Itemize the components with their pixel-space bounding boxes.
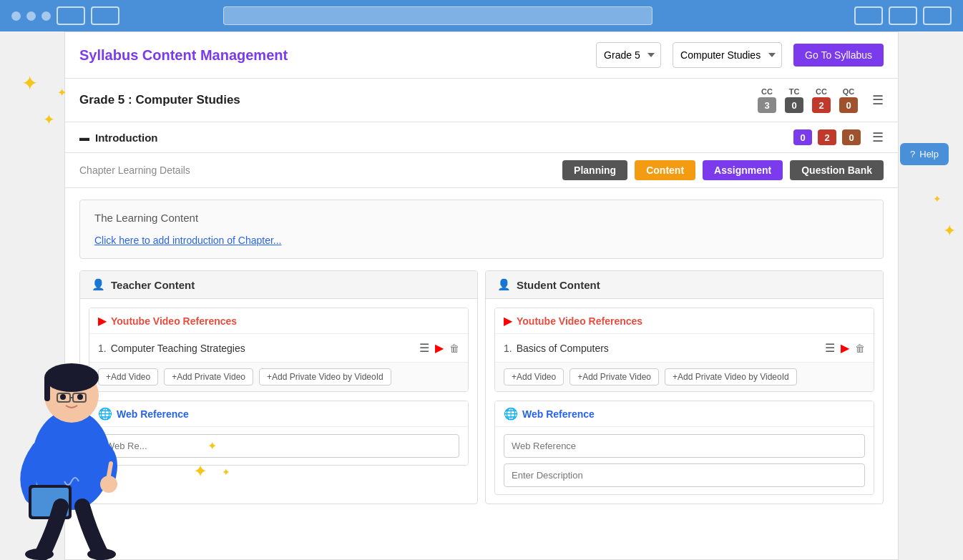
teacher-youtube-section: ▶ Youtube Video References 1. Computer T… <box>89 308 469 392</box>
teacher-web-ref-header: 🌐 Web Reference <box>89 401 468 427</box>
chapter-icon: ▬ <box>79 132 89 143</box>
star-decoration-5: ✦ <box>933 193 942 205</box>
student-header-label: Student Content <box>517 279 600 291</box>
tab-assignment[interactable]: Assignment <box>703 160 783 180</box>
ch-badge-1: 0 <box>793 129 812 145</box>
teacher-add-video-btn[interactable]: +Add Video <box>98 368 158 385</box>
teacher-video-lines-icon[interactable]: ☰ <box>419 341 429 355</box>
teacher-web-ref-inputs <box>89 427 468 465</box>
student-video-title: Basics of Computers <box>517 343 825 354</box>
student-video-num: 1. <box>504 343 512 354</box>
window-chrome <box>0 0 963 31</box>
student-web-ref-header: 🌐 Web Reference <box>495 401 874 427</box>
tab-content[interactable]: Content <box>635 160 695 180</box>
tc-label: TC <box>789 87 800 96</box>
student-icon: 👤 <box>497 278 511 291</box>
student-content-col: 👤 Student Content ▶ Youtube Video Refere… <box>485 270 884 504</box>
student-video-actions: ☰ ▶ 🗑 <box>825 341 865 355</box>
app-title: Syllabus Content Management <box>79 47 585 64</box>
teacher-add-video-row: +Add Video +Add Private Video +Add Priva… <box>89 363 468 391</box>
student-add-video-btn[interactable]: +Add Video <box>504 368 564 385</box>
app-container: Syllabus Content Management Grade 5 Grad… <box>64 31 899 560</box>
help-label: Help <box>919 149 939 159</box>
add-chapter-link[interactable]: Click here to add introduction of Chapte… <box>94 235 281 246</box>
teacher-web-ref-label: Web Reference <box>117 408 189 420</box>
grade-bar: Grade 5 : Computer Studies CC 3 TC 0 CC … <box>65 79 898 122</box>
help-icon: ? <box>910 149 915 159</box>
teacher-web-ref-input-1[interactable] <box>98 434 459 458</box>
cc2-badge: 2 <box>812 97 831 113</box>
chapter-tabs-bar: Chapter Learning Details Planning Conten… <box>65 153 898 188</box>
star-decoration-4: ✦ <box>943 222 956 240</box>
teacher-youtube-header: ▶ Youtube Video References <box>89 308 468 334</box>
student-yt-icon: ▶ <box>504 314 512 328</box>
content-columns: 👤 Teacher Content ▶ Youtube Video Refere… <box>79 270 884 504</box>
teacher-content-col: 👤 Teacher Content ▶ Youtube Video Refere… <box>79 270 478 504</box>
ch-badge-2: 2 <box>818 129 836 145</box>
teacher-video-play-icon[interactable]: ▶ <box>435 341 444 355</box>
qc-label: QC <box>843 87 855 96</box>
app-header: Syllabus Content Management Grade 5 Grad… <box>65 32 898 79</box>
cc2-label: CC <box>816 87 827 96</box>
qc-badge-col: QC 0 <box>839 87 858 113</box>
badge-group: CC 3 TC 0 CC 2 QC 0 ☰ <box>758 87 884 113</box>
qc-badge: 0 <box>839 97 858 113</box>
window-dot-2 <box>26 11 36 21</box>
grade-list-icon[interactable]: ☰ <box>872 92 884 108</box>
chapter-title: Introduction <box>95 132 157 144</box>
window-button-2[interactable] <box>91 6 119 25</box>
teacher-yt-icon: ▶ <box>98 314 107 328</box>
cc-badge-col: CC 3 <box>758 87 776 113</box>
teacher-video-trash-icon[interactable]: 🗑 <box>449 343 459 354</box>
chapter-list-icon[interactable]: ☰ <box>872 129 884 145</box>
student-web-ref-input-2[interactable] <box>504 463 865 487</box>
cc2-badge-col: CC 2 <box>812 87 831 113</box>
student-content-header: 👤 Student Content <box>486 271 883 299</box>
student-web-ref-section: 🌐 Web Reference <box>494 401 874 495</box>
teacher-video-actions: ☰ ▶ 🗑 <box>419 341 459 355</box>
svg-point-12 <box>25 549 54 560</box>
student-video-trash-icon[interactable]: 🗑 <box>855 343 865 354</box>
student-yt-label: Youtube Video References <box>517 315 642 327</box>
window-right-button-3[interactable] <box>923 6 952 25</box>
student-add-video-row: +Add Video +Add Private Video +Add Priva… <box>495 363 874 391</box>
window-right-button-2[interactable] <box>889 6 917 25</box>
student-add-private-video-btn[interactable]: +Add Private Video <box>570 368 659 385</box>
student-video-lines-icon[interactable]: ☰ <box>825 341 835 355</box>
teacher-icon: 👤 <box>92 278 105 291</box>
student-video-item: 1. Basics of Computers ☰ ▶ 🗑 <box>495 334 874 363</box>
chapter-header: ▬ Introduction 0 2 0 ☰ <box>65 122 898 153</box>
student-add-private-video-id-btn[interactable]: +Add Private Video by VideoId <box>665 368 797 385</box>
svg-rect-3 <box>44 376 50 401</box>
chapter-name: ▬ Introduction <box>79 132 793 144</box>
learning-content-title: The Learning Content <box>94 212 869 224</box>
tab-question-bank[interactable]: Question Bank <box>790 160 884 180</box>
go-syllabus-button[interactable]: Go To Syllabus <box>793 44 884 67</box>
student-web-ref-input-1[interactable] <box>504 434 865 458</box>
teacher-globe-icon: 🌐 <box>98 407 112 421</box>
grade-select[interactable]: Grade 5 Grade 1 Grade 2 Grade 3 Grade 4 … <box>596 42 661 68</box>
grade-title: Grade 5 : Computer Studies <box>79 93 758 107</box>
tc-badge-col: TC 0 <box>785 87 803 113</box>
learning-content-box: The Learning Content Click here to add i… <box>79 200 884 259</box>
teacher-content-header: 👤 Teacher Content <box>80 271 477 299</box>
teacher-add-private-video-btn[interactable]: +Add Private Video <box>164 368 253 385</box>
teacher-video-num: 1. <box>98 343 107 354</box>
student-video-play-icon[interactable]: ▶ <box>841 341 849 355</box>
star-decoration-2: ✦ <box>43 111 55 128</box>
teacher-add-private-video-id-btn[interactable]: +Add Private Video by VideoId <box>259 368 391 385</box>
teacher-web-ref-section: 🌐 Web Reference <box>89 401 469 466</box>
svg-rect-10 <box>31 488 69 516</box>
cc-label: CC <box>761 87 773 96</box>
window-button-1[interactable] <box>57 6 85 25</box>
subject-select[interactable]: Computer Studies Mathematics Science Eng… <box>673 42 782 68</box>
window-dot-1 <box>11 11 21 21</box>
tc-badge: 0 <box>785 97 803 113</box>
student-web-ref-inputs <box>495 427 874 494</box>
window-right-button-1[interactable] <box>854 6 883 25</box>
teacher-video-title: Computer Teaching Strategies <box>111 343 419 354</box>
tab-planning[interactable]: Planning <box>562 160 627 180</box>
help-button[interactable]: ? Help <box>900 143 949 165</box>
chapter-tabs-label: Chapter Learning Details <box>79 164 555 176</box>
window-search-bar[interactable] <box>223 6 652 25</box>
